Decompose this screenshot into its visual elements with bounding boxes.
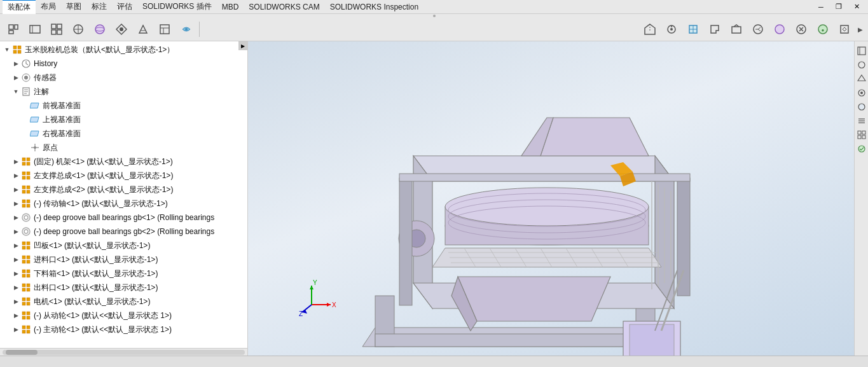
- toolbar-expand-btn[interactable]: ▶: [855, 24, 865, 36]
- tb-btn-3[interactable]: [46, 20, 67, 39]
- tree-item-plate[interactable]: ▶ 凹板<1> (默认<默认_显示状态-1>): [0, 239, 247, 253]
- svg-rect-52: [27, 162, 30, 165]
- tb-btn-2[interactable]: [25, 20, 45, 39]
- tree-item-drive-wheel[interactable]: ▶ (-) 主动轮<1> (默认<<默认_显示状态 1>): [0, 322, 247, 336]
- menu-item-assembly[interactable]: 装配体: [3, 0, 36, 14]
- tb-btn-5[interactable]: [90, 20, 110, 39]
- history-expand-icon[interactable]: ▶: [11, 59, 20, 68]
- tb-btn-7[interactable]: [133, 20, 153, 39]
- tree-item-notes[interactable]: ▼ 注解: [0, 85, 247, 99]
- menu-item-annotation[interactable]: 标注: [86, 0, 112, 13]
- view-btn-6[interactable]: [748, 20, 768, 39]
- left-support-2-expand[interactable]: ▶: [11, 185, 20, 194]
- view-btn-9[interactable]: ●: [813, 20, 833, 39]
- rs-btn-4[interactable]: [855, 87, 868, 99]
- rs-btn-7[interactable]: [855, 128, 868, 141]
- restore-button[interactable]: ❐: [830, 0, 848, 14]
- tree-hscrollbar[interactable]: [0, 348, 247, 356]
- view-btn-10[interactable]: [834, 20, 855, 39]
- tree-item-driven-wheel[interactable]: ▶ (-) 从动轮<1> (默认<<默认_显示状态 1>): [0, 308, 247, 322]
- left-support-1-expand[interactable]: ▶: [11, 171, 20, 180]
- bearing-1-label: (-) deep groove ball bearings gb<1> (Rol…: [34, 213, 214, 222]
- viewport[interactable]: X Y Z: [248, 41, 854, 356]
- view-btn-7[interactable]: [769, 20, 790, 39]
- view-btn-2[interactable]: [661, 20, 682, 39]
- menu-item-sw-cam[interactable]: SOLIDWORKS CAM: [244, 1, 324, 13]
- menu-item-evaluate[interactable]: 评估: [112, 0, 137, 13]
- plate-expand[interactable]: ▶: [11, 241, 20, 250]
- notes-icon: [20, 86, 32, 97]
- left-support-1-label: 左支撑总成<1> (默认<默认_显示状态-1>): [34, 170, 173, 181]
- rs-btn-1[interactable]: [855, 45, 868, 57]
- tree-root-item[interactable]: ▼ 玉米脱粒机总装（默认<默认_显示状态-1>）: [0, 43, 247, 57]
- tree-item-discharge[interactable]: ▶ 出料口<1> (默认<默认_显示状态-1>): [0, 280, 247, 294]
- menu-item-mbd[interactable]: MBD: [217, 1, 244, 13]
- svg-rect-132: [399, 174, 690, 181]
- menu-item-sw-plugin[interactable]: SOLIDWORKS 插件: [137, 0, 217, 13]
- root-expand-icon[interactable]: ▼: [3, 45, 11, 54]
- right-plane-icon: [29, 128, 41, 139]
- menu-item-sw-inspection[interactable]: SOLIDWORKS Inspection: [325, 1, 424, 13]
- left-support-2-icon: [20, 184, 32, 195]
- view-btn-8[interactable]: [791, 20, 811, 39]
- bearing-2-expand[interactable]: ▶: [11, 227, 20, 236]
- history-icon: [20, 58, 32, 69]
- rs-btn-8[interactable]: [855, 142, 868, 155]
- svg-rect-82: [27, 284, 30, 287]
- frame-expand[interactable]: ▶: [11, 157, 20, 166]
- tree-item-bearing-2[interactable]: ▶ (-) deep groove ball bearings gb<2> (R…: [0, 225, 247, 239]
- rs-btn-3[interactable]: [855, 73, 868, 85]
- tb-btn-6[interactable]: [111, 20, 132, 39]
- minimize-button[interactable]: ─: [812, 0, 830, 14]
- hopper-expand[interactable]: ▶: [11, 269, 20, 278]
- tree-item-bearing-1[interactable]: ▶ (-) deep groove ball bearings gb<1> (R…: [0, 211, 247, 225]
- tb-btn-8[interactable]: [155, 20, 175, 39]
- tree-item-left-support-2[interactable]: ▶ 左支撑总成<2> (默认<默认_显示状态-1>): [0, 183, 247, 197]
- rs-btn-2[interactable]: [855, 59, 868, 71]
- view-btn-1[interactable]: [640, 20, 660, 39]
- motor-expand[interactable]: ▶: [11, 297, 20, 306]
- tree-item-hopper[interactable]: ▶ 下料箱<1> (默认<默认_显示状态-1>): [0, 267, 247, 280]
- view-btn-5[interactable]: [726, 20, 747, 39]
- bearing-1-expand[interactable]: ▶: [11, 213, 20, 222]
- origin-icon: [29, 142, 41, 153]
- tree-item-front-plane[interactable]: ▶ 前视基准面: [0, 99, 247, 113]
- svg-point-68: [24, 230, 28, 233]
- feed-inlet-expand[interactable]: ▶: [11, 255, 20, 264]
- menu-item-layout[interactable]: 布局: [36, 0, 61, 13]
- shaft-label: (-) 传动轴<1> (默认<默认_显示状态-1>): [34, 198, 168, 209]
- notes-expand-icon[interactable]: ▼: [11, 87, 20, 96]
- menu-item-sketch[interactable]: 草图: [61, 0, 86, 13]
- tree-item-top-plane[interactable]: ▶ 上视基准面: [0, 113, 247, 127]
- tree-item-sensor[interactable]: ▶ 传感器: [0, 71, 247, 85]
- hscroll-thumb[interactable]: [6, 350, 38, 355]
- tree-item-origin[interactable]: ▶ 原点: [0, 141, 247, 155]
- tree-item-left-support-1[interactable]: ▶ 左支撑总成<1> (默认<默认_显示状态-1>): [0, 169, 247, 183]
- tree-item-feed-inlet[interactable]: ▶ 进料口<1> (默认<默认_显示状态-1>): [0, 253, 247, 267]
- status-bar: [0, 356, 868, 367]
- tree-scroll-right[interactable]: ▶: [238, 41, 247, 50]
- tree-item-history[interactable]: ▶ History: [0, 57, 247, 71]
- tb-btn-1[interactable]: [3, 20, 24, 39]
- discharge-expand[interactable]: ▶: [11, 283, 20, 292]
- window-controls: ─ ❐ ✕: [812, 0, 865, 14]
- rs-btn-5[interactable]: [855, 100, 868, 113]
- tree-item-motor[interactable]: ▶ 电机<1> (默认<默认_显示状态-1>): [0, 294, 247, 308]
- svg-rect-25: [732, 27, 741, 33]
- tb-btn-4[interactable]: [68, 20, 88, 39]
- drive-wheel-expand[interactable]: ▶: [11, 325, 20, 334]
- rs-btn-6[interactable]: [855, 114, 868, 127]
- svg-rect-32: [13, 46, 17, 49]
- driven-wheel-expand[interactable]: ▶: [11, 311, 20, 320]
- tree-item-frame[interactable]: ▶ (固定) 机架<1> (默认<默认_显示状态-1>): [0, 155, 247, 169]
- tree-item-right-plane[interactable]: ▶ 右视基准面: [0, 127, 247, 141]
- view-btn-4[interactable]: [705, 20, 725, 39]
- close-button[interactable]: ✕: [848, 0, 865, 14]
- tb-btn-9[interactable]: [176, 20, 196, 39]
- shaft-expand[interactable]: ▶: [11, 199, 20, 208]
- view-btn-3[interactable]: [683, 20, 703, 39]
- sensor-expand-icon[interactable]: ▶: [11, 73, 20, 82]
- svg-point-67: [22, 228, 30, 235]
- svg-text:●: ●: [822, 27, 825, 33]
- tree-item-shaft[interactable]: ▶ (-) 传动轴<1> (默认<默认_显示状态-1>): [0, 197, 247, 211]
